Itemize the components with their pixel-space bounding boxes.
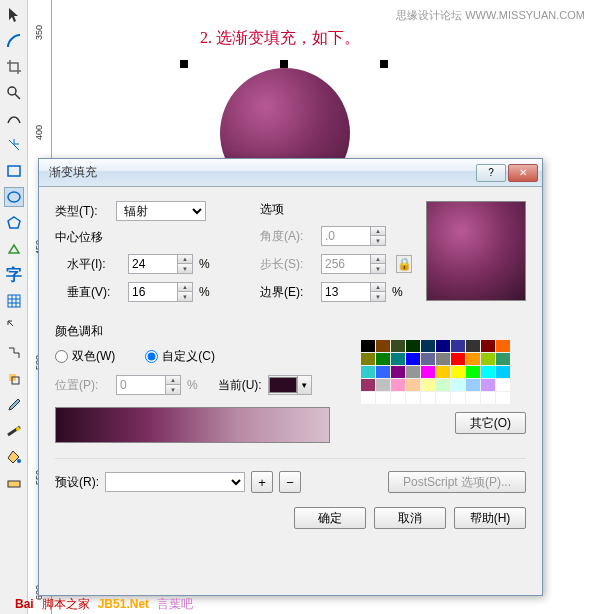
fill-tool[interactable] (4, 447, 24, 467)
crop-tool[interactable] (4, 57, 24, 77)
selection-handle[interactable] (380, 60, 388, 68)
spin-up[interactable]: ▲ (371, 283, 385, 292)
palette-swatch[interactable] (391, 340, 405, 352)
shape-tool[interactable] (4, 31, 24, 51)
palette-swatch[interactable] (361, 353, 375, 365)
palette-swatch[interactable] (421, 379, 435, 391)
palette-swatch[interactable] (376, 379, 390, 391)
palette-swatch[interactable] (406, 379, 420, 391)
palette-swatch[interactable] (436, 340, 450, 352)
palette-swatch[interactable] (481, 392, 495, 404)
palette-swatch[interactable] (391, 366, 405, 378)
palette-swatch[interactable] (496, 392, 510, 404)
type-select[interactable]: 辐射 (116, 201, 206, 221)
palette-swatch[interactable] (391, 353, 405, 365)
selection-handle[interactable] (180, 60, 188, 68)
spin-up[interactable]: ▲ (178, 255, 192, 264)
basic-shapes-tool[interactable] (4, 239, 24, 259)
lock-icon[interactable]: 🔒 (396, 255, 412, 273)
palette-swatch[interactable] (481, 366, 495, 378)
palette-swatch[interactable] (436, 353, 450, 365)
palette-swatch[interactable] (361, 392, 375, 404)
close-button[interactable]: ✕ (508, 164, 538, 182)
custom-radio[interactable]: 自定义(C) (145, 348, 215, 365)
edge-input[interactable] (321, 282, 371, 302)
two-color-radio[interactable]: 双色(W) (55, 348, 115, 365)
vert-input[interactable] (128, 282, 178, 302)
palette-swatch[interactable] (406, 353, 420, 365)
palette-swatch[interactable] (496, 353, 510, 365)
spin-up[interactable]: ▲ (178, 283, 192, 292)
help-button[interactable]: 帮助(H) (454, 507, 526, 529)
palette-swatch[interactable] (361, 379, 375, 391)
palette-swatch[interactable] (451, 353, 465, 365)
ok-button[interactable]: 确定 (294, 507, 366, 529)
palette-swatch[interactable] (436, 379, 450, 391)
palette-swatch[interactable] (451, 366, 465, 378)
effects-tool[interactable] (4, 369, 24, 389)
gradient-bar[interactable] (55, 407, 330, 443)
palette-swatch[interactable] (466, 340, 480, 352)
palette-swatch[interactable] (376, 353, 390, 365)
outline-tool[interactable] (4, 421, 24, 441)
spin-down[interactable]: ▼ (178, 264, 192, 273)
preset-remove-button[interactable]: − (279, 471, 301, 493)
palette-swatch[interactable] (376, 366, 390, 378)
palette-swatch[interactable] (451, 379, 465, 391)
help-title-button[interactable]: ? (476, 164, 506, 182)
palette-swatch[interactable] (376, 340, 390, 352)
palette-swatch[interactable] (451, 340, 465, 352)
palette-swatch[interactable] (421, 366, 435, 378)
connector-tool[interactable] (4, 343, 24, 363)
horiz-input[interactable] (128, 254, 178, 274)
current-color-swatch[interactable]: ▼ (268, 375, 312, 395)
eyedropper-tool[interactable] (4, 395, 24, 415)
spin-down[interactable]: ▼ (371, 292, 385, 301)
smart-tool[interactable] (4, 135, 24, 155)
palette-swatch[interactable] (466, 353, 480, 365)
palette-swatch[interactable] (436, 366, 450, 378)
cancel-button[interactable]: 取消 (374, 507, 446, 529)
palette-swatch[interactable] (406, 366, 420, 378)
palette-swatch[interactable] (361, 340, 375, 352)
interactive-fill-tool[interactable] (4, 473, 24, 493)
zoom-tool[interactable] (4, 83, 24, 103)
rectangle-tool[interactable] (4, 161, 24, 181)
palette-swatch[interactable] (391, 379, 405, 391)
palette-swatch[interactable] (496, 340, 510, 352)
palette-swatch[interactable] (481, 353, 495, 365)
palette-swatch[interactable] (496, 379, 510, 391)
dialog-titlebar[interactable]: 渐变填充 ? ✕ (39, 159, 542, 187)
palette-swatch[interactable] (481, 340, 495, 352)
palette-swatch[interactable] (376, 392, 390, 404)
palette-swatch[interactable] (391, 392, 405, 404)
text-tool[interactable]: 字 (4, 265, 24, 285)
dimension-tool[interactable] (4, 317, 24, 337)
palette-swatch[interactable] (451, 392, 465, 404)
color-palette[interactable] (361, 340, 516, 404)
palette-swatch[interactable] (406, 392, 420, 404)
horiz-label: 水平(I): (67, 256, 122, 273)
angle-input (321, 226, 371, 246)
palette-swatch[interactable] (421, 392, 435, 404)
spin-down[interactable]: ▼ (178, 292, 192, 301)
pick-tool[interactable] (4, 5, 24, 25)
polygon-tool[interactable] (4, 213, 24, 233)
ellipse-tool[interactable] (4, 187, 24, 207)
palette-swatch[interactable] (361, 366, 375, 378)
palette-swatch[interactable] (466, 392, 480, 404)
palette-swatch[interactable] (496, 366, 510, 378)
preset-add-button[interactable]: + (251, 471, 273, 493)
freehand-tool[interactable] (4, 109, 24, 129)
palette-swatch[interactable] (406, 340, 420, 352)
preset-select[interactable] (105, 472, 245, 492)
palette-swatch[interactable] (421, 340, 435, 352)
palette-swatch[interactable] (481, 379, 495, 391)
palette-swatch[interactable] (436, 392, 450, 404)
palette-swatch[interactable] (421, 353, 435, 365)
other-colors-button[interactable]: 其它(O) (455, 412, 526, 434)
palette-swatch[interactable] (466, 379, 480, 391)
selection-handle[interactable] (280, 60, 288, 68)
palette-swatch[interactable] (466, 366, 480, 378)
table-tool[interactable] (4, 291, 24, 311)
